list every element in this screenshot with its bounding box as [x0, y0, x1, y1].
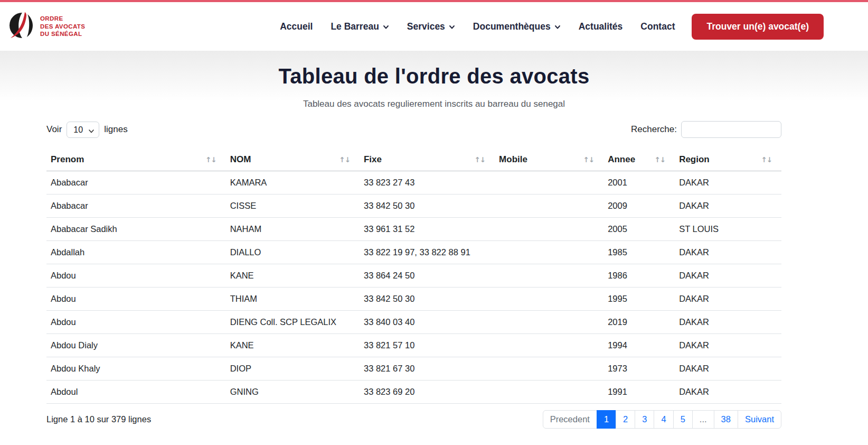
column-header-prenom[interactable]: Prenom↑↓ [46, 150, 226, 171]
sort-icon[interactable]: ↑↓ [655, 155, 666, 164]
logo-text-line3: DU SÉNÉGAL [40, 31, 82, 37]
page-link-5[interactable]: 5 [673, 410, 693, 429]
nav-item-actualites[interactable]: Actualités [579, 21, 623, 32]
page-item-: ... [693, 410, 714, 429]
cell-annee: 1986 [603, 264, 675, 288]
page-link-2[interactable]: 2 [616, 410, 635, 429]
cell-mobile [495, 334, 603, 357]
cell-annee: 1991 [603, 381, 675, 404]
cell-prenom: Abdoul [46, 381, 226, 404]
column-header-label: Prenom [51, 154, 84, 165]
cell-nom: DIALLO [226, 241, 360, 264]
page-link-4[interactable]: 4 [654, 410, 673, 429]
page-link-precedent: Precedent [543, 410, 597, 429]
cell-nom: DIENG Coll. SCP LEGALIX [226, 311, 360, 334]
table-row: AbabacarKAMARA33 823 27 432001DAKAR [46, 171, 781, 194]
cell-nom: KANE [226, 264, 360, 288]
column-header-nom[interactable]: NOM↑↓ [226, 150, 360, 171]
search-control: Recherche: [631, 121, 781, 138]
cell-fixe: 33 840 03 40 [360, 311, 495, 334]
cell-annee: 2019 [603, 311, 675, 334]
cell-region: DAKAR [675, 264, 781, 288]
page-item-suivant: Suivant [738, 410, 781, 429]
sort-icon[interactable]: ↑↓ [339, 155, 350, 164]
lawyers-table: Prenom↑↓NOM↑↓Fixe↑↓Mobile↑↓Annee↑↓Region… [46, 150, 781, 404]
cell-mobile [495, 241, 603, 264]
column-header-mobile[interactable]: Mobile↑↓ [495, 150, 603, 171]
sort-icon[interactable]: ↑↓ [583, 155, 595, 164]
cell-region: DAKAR [675, 357, 781, 381]
column-header-fixe[interactable]: Fixe↑↓ [360, 150, 495, 171]
table-row: AbdouDIENG Coll. SCP LEGALIX33 840 03 40… [46, 311, 781, 334]
column-header-label: Fixe [364, 154, 382, 165]
cell-fixe: 33 821 57 10 [360, 334, 495, 357]
table-row: Ababacar SadikhNAHAM33 961 31 522005ST L… [46, 218, 781, 241]
cell-prenom: Abdou [46, 264, 226, 288]
nav-item-contact[interactable]: Contact [640, 21, 675, 32]
nav-item-label: Documenthèques [473, 21, 551, 32]
cell-fixe: 33 961 31 52 [360, 218, 495, 241]
table-controls: Voir 10 lignes Recherche: [46, 121, 781, 138]
cell-region: DAKAR [675, 334, 781, 357]
page-item-5: 5 [674, 410, 693, 429]
cell-fixe: 33 823 69 20 [360, 381, 495, 404]
cell-fixe: 33 842 50 30 [360, 288, 495, 311]
cell-mobile [495, 171, 603, 194]
page-link-3[interactable]: 3 [635, 410, 654, 429]
main-content: Tableau de l'ordre des avocats Tableau d… [0, 51, 868, 443]
cell-annee: 1995 [603, 288, 675, 311]
cell-mobile [495, 218, 603, 241]
cell-nom: NAHAM [226, 218, 360, 241]
table-row: Abdou DialyKANE33 821 57 101994DAKAR [46, 334, 781, 357]
cell-prenom: Ababacar Sadikh [46, 218, 226, 241]
nav-item-services[interactable]: Services [407, 21, 455, 32]
nav-item-le-barreau[interactable]: Le Barreau [331, 21, 389, 32]
main-nav: AccueilLe BarreauServicesDocumenthèquesA… [280, 21, 675, 32]
cell-nom: GNING [226, 381, 360, 404]
column-header-annee[interactable]: Annee↑↓ [603, 150, 675, 171]
find-lawyer-button[interactable]: Trouver un(e) avocat(e) [692, 14, 824, 40]
chevron-down-icon [554, 24, 561, 30]
table-row: AbdouKANE33 864 24 501986DAKAR [46, 264, 781, 288]
page-link-38[interactable]: 38 [714, 410, 738, 429]
cell-fixe: 33 864 24 50 [360, 264, 495, 288]
cell-nom: KANE [226, 334, 360, 357]
sort-icon[interactable]: ↑↓ [205, 155, 216, 164]
cell-nom: THIAM [226, 288, 360, 311]
logo-text: ORDRE DES AVOCATS DU SÉNÉGAL [40, 15, 85, 38]
column-header-label: Annee [608, 154, 635, 165]
cell-prenom: Abdallah [46, 241, 226, 264]
page-length-select[interactable]: 10 [67, 122, 99, 138]
rows-info-text: Ligne 1 à 10 sur 379 lignes [46, 414, 151, 424]
page-item-38: 38 [714, 410, 738, 429]
nav-item-label: Actualités [579, 21, 623, 32]
cell-region: DAKAR [675, 171, 781, 194]
sort-icon[interactable]: ↑↓ [761, 155, 772, 164]
table-container: Voir 10 lignes Recherche: Prenom↑↓NOM↑↓ [46, 121, 781, 429]
page-link-1[interactable]: 1 [597, 410, 616, 429]
cell-fixe: 33 823 27 43 [360, 171, 495, 194]
nav-item-documentheques[interactable]: Documenthèques [473, 21, 561, 32]
table-row: AbdoulGNING33 823 69 201991DAKAR [46, 381, 781, 404]
cell-prenom: Abdou Khaly [46, 357, 226, 381]
search-input[interactable] [681, 121, 781, 138]
site-logo[interactable]: ORDRE DES AVOCATS DU SÉNÉGAL [8, 12, 85, 41]
cell-prenom: Abdou [46, 311, 226, 334]
table-row: AbdallahDIALLO33 822 19 97, 33 822 88 91… [46, 241, 781, 264]
cell-mobile [495, 194, 603, 218]
page-link-suivant[interactable]: Suivant [738, 410, 781, 429]
cell-annee: 2001 [603, 171, 675, 194]
cell-fixe: 33 842 50 30 [360, 194, 495, 218]
table-row: AbabacarCISSE33 842 50 302009DAKAR [46, 194, 781, 218]
sort-icon[interactable]: ↑↓ [474, 155, 485, 164]
cell-fixe: 33 821 67 30 [360, 357, 495, 381]
page-item-3: 3 [635, 410, 654, 429]
column-header-label: Mobile [499, 154, 527, 165]
page-item-precedent: Precedent [543, 410, 597, 429]
column-header-label: NOM [230, 154, 251, 165]
cell-annee: 1973 [603, 357, 675, 381]
nav-item-accueil[interactable]: Accueil [280, 21, 313, 32]
cell-nom: KAMARA [226, 171, 360, 194]
table-row: AbdouTHIAM33 842 50 301995DAKAR [46, 288, 781, 311]
column-header-region[interactable]: Region↑↓ [675, 150, 781, 171]
